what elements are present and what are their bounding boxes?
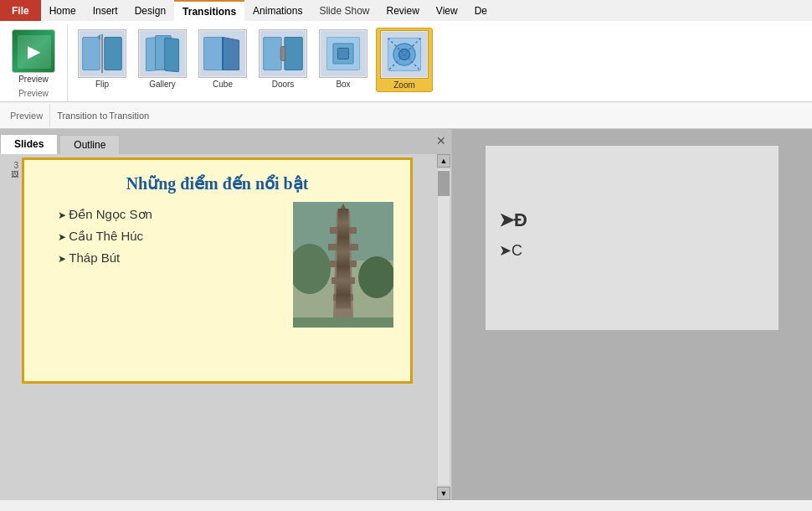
flip-icon	[78, 29, 126, 78]
menu-slideshow[interactable]: Slide Show	[311, 0, 378, 21]
slide-title: Những điểm đến nổi bật	[41, 173, 393, 194]
preview-label: Preview	[18, 75, 49, 84]
gallery-icon	[138, 29, 187, 78]
transition-flip[interactable]: Flip	[75, 28, 130, 90]
toolbar-preview-label: Preview	[10, 104, 43, 127]
file-tab[interactable]: File	[0, 0, 41, 21]
menu-home[interactable]: Home	[41, 0, 85, 21]
close-panel-button[interactable]: ✕	[436, 134, 446, 147]
main-slide-spacer	[499, 159, 765, 209]
transition-to-suffix: Transition	[107, 111, 149, 121]
tower-tower-visual	[293, 202, 393, 328]
menu-design[interactable]: Design	[126, 0, 174, 21]
svg-rect-33	[330, 261, 357, 267]
toolbar-preview-section: Preview	[3, 104, 50, 127]
menu-insert[interactable]: Insert	[85, 0, 126, 21]
menu-bar: File Home Insert Design Transitions Anim…	[0, 0, 812, 21]
svg-rect-31	[330, 227, 357, 234]
menu-review[interactable]: Review	[378, 0, 428, 21]
transitions-row: Flip Gallery	[75, 28, 805, 92]
transition-cube[interactable]: Cube	[195, 28, 250, 90]
main-area: Slides Outline ✕ 3 🖼 Những điểm đến nổi …	[0, 129, 812, 500]
slide-icon: 🖼	[11, 170, 18, 178]
tabs-bar: Slides Outline ✕	[0, 129, 451, 154]
svg-point-29	[358, 256, 393, 298]
slide-item-3: 3 🖼 Những điểm đến nổi bật Đền Ngọc Sơn …	[3, 157, 433, 384]
svg-rect-37	[293, 317, 393, 328]
menu-animations[interactable]: Animations	[244, 0, 311, 21]
box-icon	[319, 29, 367, 78]
transitions-section: Flip Gallery	[68, 24, 812, 95]
slide-panel-scrollbar[interactable]: ▲ ▼	[436, 154, 451, 500]
svg-rect-13	[264, 37, 281, 70]
zoom-icon	[380, 30, 429, 79]
preview-section-label: Preview	[18, 89, 49, 100]
svg-rect-34	[331, 277, 355, 284]
tab-slides[interactable]: Slides	[0, 134, 58, 154]
scroll-up-button[interactable]: ▲	[437, 154, 450, 168]
cube-label: Cube	[213, 80, 233, 89]
svg-rect-19	[337, 48, 348, 59]
transition-zoom[interactable]: Zoom	[376, 28, 433, 92]
main-slide-bullet1: ➤Đ	[499, 209, 765, 231]
left-panel: Slides Outline ✕ 3 🖼 Những điểm đến nổi …	[0, 129, 452, 500]
box-label: Box	[336, 80, 350, 89]
flip-label: Flip	[95, 80, 109, 89]
menu-de[interactable]: De	[466, 0, 496, 21]
menu-view[interactable]: View	[428, 0, 466, 21]
slides-container: 3 🖼 Những điểm đến nổi bật Đền Ngọc Sơn …	[0, 154, 451, 500]
svg-rect-35	[333, 294, 353, 301]
menu-transitions[interactable]: Transitions	[174, 0, 244, 21]
scroll-thumb[interactable]	[438, 171, 450, 196]
svg-rect-32	[328, 244, 358, 250]
cube-icon	[198, 29, 247, 78]
slides-panel[interactable]: 3 🖼 Những điểm đến nổi bật Đền Ngọc Sơn …	[0, 154, 436, 500]
main-slide-content: ➤Đ ➤C	[486, 146, 779, 280]
right-panel: ➤Đ ➤C	[452, 129, 812, 500]
svg-rect-7	[165, 38, 179, 72]
main-slide-bullet2: ➤C	[499, 241, 765, 260]
transition-to-label: Transition to	[50, 111, 107, 121]
svg-marker-10	[223, 37, 239, 70]
preview-button[interactable]: ▶ Preview	[7, 26, 60, 87]
transition-gallery[interactable]: Gallery	[135, 28, 190, 90]
svg-rect-9	[204, 37, 223, 70]
slide-image	[293, 202, 393, 328]
doors-label: Doors	[272, 80, 295, 89]
ribbon-preview-section: ▶ Preview Preview	[0, 24, 68, 101]
svg-rect-1	[83, 37, 100, 70]
slide-thumbnail[interactable]: Những điểm đến nổi bật Đền Ngọc Sơn Cầu …	[22, 157, 413, 384]
svg-rect-2	[105, 37, 121, 70]
zoom-label: Zoom	[393, 80, 415, 90]
gallery-label: Gallery	[149, 80, 176, 89]
scroll-track	[438, 169, 450, 485]
svg-rect-14	[285, 37, 302, 70]
ribbon: ▶ Preview Preview Flip	[0, 21, 812, 102]
doors-icon	[259, 29, 307, 78]
slide-number: 3 🖼	[3, 157, 18, 178]
transition-box[interactable]: Box	[316, 28, 371, 90]
svg-rect-15	[280, 47, 285, 61]
transition-doors[interactable]: Doors	[255, 28, 311, 90]
tab-outline[interactable]: Outline	[59, 135, 120, 154]
preview-icon: ▶	[12, 29, 55, 73]
main-slide-view: ➤Đ ➤C	[486, 146, 779, 330]
scroll-down-button[interactable]: ▼	[437, 487, 450, 500]
ribbon-toolbar: Preview Transition to Transition	[0, 102, 812, 129]
